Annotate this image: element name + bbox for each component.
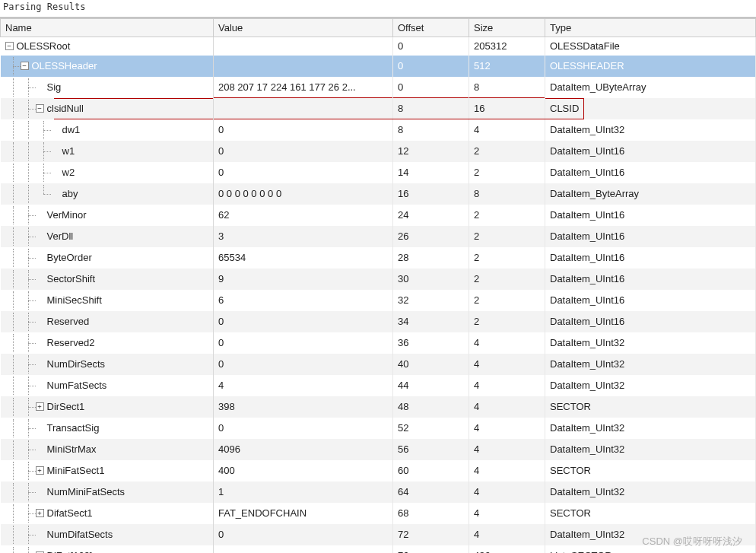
node-offset: 52 <box>398 422 408 434</box>
node-size: 2 <box>474 294 479 306</box>
node-value: 65534 <box>218 252 246 263</box>
table-row[interactable]: aby0 0 0 0 0 0 0 0168DataItem_ByteArray <box>1 183 756 205</box>
table-row[interactable]: SectorShift9302DataItem_UInt16 <box>1 269 756 290</box>
node-type: OLESSDataFile <box>550 40 620 52</box>
table-row[interactable]: Reserved0342DataItem_UInt16 <box>1 311 756 332</box>
node-value: 0 <box>218 167 224 178</box>
node-size: 4 <box>474 465 479 476</box>
node-name: DifatSect1 <box>47 507 93 519</box>
node-type: DataItem_UInt32 <box>550 529 624 540</box>
node-size: 2 <box>474 167 479 178</box>
node-type: DataItem_UInt16 <box>550 230 624 242</box>
node-size: 4 <box>474 380 479 391</box>
node-offset: 14 <box>398 167 408 178</box>
node-type: SECTOR <box>550 465 591 476</box>
collapse-icon[interactable] <box>5 42 14 50</box>
node-value: 400 <box>218 465 235 476</box>
table-row[interactable]: NumDirSects0404DataItem_UInt32 <box>1 354 756 375</box>
node-offset: 34 <box>398 316 408 327</box>
node-offset: 30 <box>398 273 408 284</box>
node-type: DataItem_UInt16 <box>550 209 624 221</box>
node-offset: 8 <box>398 124 403 135</box>
table-row[interactable]: clsidNull816CLSID <box>1 98 756 119</box>
node-value: 0 <box>218 316 224 327</box>
node-type: List<SECTOR> <box>550 550 618 553</box>
table-row[interactable]: VerDll3262DataItem_UInt16 <box>1 226 756 247</box>
column-header-name[interactable]: Name <box>1 19 214 37</box>
collapse-icon[interactable] <box>36 104 44 113</box>
node-size: 2 <box>474 273 479 284</box>
node-name: DiFat[109] <box>47 550 93 553</box>
table-row[interactable]: DiFat[109]76436List<SECTOR> <box>1 545 756 554</box>
expand-icon[interactable] <box>36 509 44 517</box>
node-name: OLESSRoot <box>17 40 71 52</box>
node-size: 2 <box>474 145 479 157</box>
node-name: VerDll <box>47 230 74 242</box>
node-size: 512 <box>474 60 491 72</box>
node-type: DataItem_UInt16 <box>550 167 624 178</box>
node-size: 205312 <box>474 40 507 52</box>
node-size: 2 <box>474 230 479 242</box>
node-offset: 76 <box>398 550 408 553</box>
node-type: DataItem_UByteArray <box>550 81 646 93</box>
expand-icon[interactable] <box>36 402 44 411</box>
node-type: SECTOR <box>550 507 591 519</box>
table-row[interactable]: NumDifatSects0724DataItem_UInt32 <box>1 524 756 545</box>
node-size: 2 <box>474 252 479 263</box>
node-name: w1 <box>62 145 75 157</box>
node-name: NumDifatSects <box>47 529 113 540</box>
table-row[interactable]: MiniStrMax4096564DataItem_UInt32 <box>1 439 756 460</box>
table-row[interactable]: OLESSRoot0205312OLESSDataFile <box>1 37 756 56</box>
node-offset: 36 <box>398 337 408 348</box>
panel-title: Parsing Results <box>0 0 756 17</box>
node-size: 2 <box>474 316 479 327</box>
table-row[interactable]: Sig208 207 17 224 161 177 26 2...08DataI… <box>1 77 756 98</box>
table-row[interactable]: NumMiniFatSects1644DataItem_UInt32 <box>1 481 756 503</box>
table-row[interactable]: TransactSig0524DataItem_UInt32 <box>1 418 756 439</box>
node-name: DirSect1 <box>47 401 85 412</box>
expand-icon[interactable] <box>36 466 44 475</box>
node-type: DataItem_ByteArray <box>550 188 639 199</box>
column-header-size[interactable]: Size <box>469 19 545 37</box>
node-offset: 26 <box>398 230 408 242</box>
table-row[interactable]: OLESSHeader0512OLESSHEADER <box>1 56 756 77</box>
node-value: 208 207 17 224 161 177 26 2... <box>218 81 356 93</box>
node-type: DataItem_UInt16 <box>550 252 624 263</box>
node-offset: 24 <box>398 209 408 221</box>
node-offset: 32 <box>398 294 408 306</box>
node-name: SectorShift <box>47 273 96 284</box>
table-row[interactable]: DirSect1398484SECTOR <box>1 396 756 418</box>
node-offset: 72 <box>398 529 408 540</box>
node-name: ByteOrder <box>47 252 92 263</box>
node-type: SECTOR <box>550 401 591 412</box>
node-value: 0 <box>218 422 224 434</box>
table-row[interactable]: ByteOrder65534282DataItem_UInt16 <box>1 247 756 269</box>
table-row[interactable]: VerMinor62242DataItem_UInt16 <box>1 205 756 226</box>
node-name: MiniSecShift <box>47 294 102 306</box>
node-offset: 0 <box>398 81 403 93</box>
table-row[interactable]: MiniFatSect1400604SECTOR <box>1 460 756 481</box>
collapse-icon[interactable] <box>21 62 29 70</box>
node-type: DataItem_UInt16 <box>550 316 624 327</box>
table-row[interactable]: dw1084DataItem_UInt32 <box>1 119 756 141</box>
column-header-value[interactable]: Value <box>214 19 393 37</box>
node-size: 4 <box>474 337 479 348</box>
table-row[interactable]: Reserved20364DataItem_UInt32 <box>1 332 756 354</box>
column-header-offset[interactable]: Offset <box>393 19 469 37</box>
table-row[interactable]: NumFatSects4444DataItem_UInt32 <box>1 375 756 396</box>
node-type: DataItem_UInt32 <box>550 358 624 370</box>
node-name: OLESSHeader <box>32 60 97 72</box>
node-offset: 28 <box>398 252 408 263</box>
node-value: 6 <box>218 294 224 306</box>
table-row[interactable]: MiniSecShift6322DataItem_UInt16 <box>1 290 756 311</box>
table-row[interactable]: DifatSect1FAT_ENDOFCHAIN684SECTOR <box>1 503 756 524</box>
column-header-type[interactable]: Type <box>545 19 756 37</box>
node-offset: 48 <box>398 401 408 412</box>
table-row[interactable]: w20142DataItem_UInt16 <box>1 162 756 183</box>
table-row[interactable]: w10122DataItem_UInt16 <box>1 141 756 162</box>
node-type: DataItem_UInt32 <box>550 443 624 455</box>
node-offset: 8 <box>398 103 403 114</box>
node-size: 4 <box>474 422 479 434</box>
node-size: 4 <box>474 401 479 412</box>
node-offset: 44 <box>398 380 408 391</box>
